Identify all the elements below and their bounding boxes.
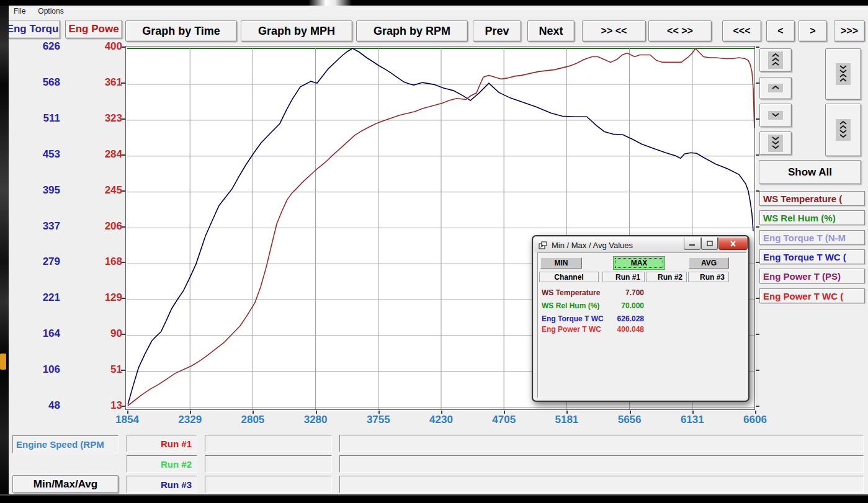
torque-tick-label: 511 bbox=[11, 112, 60, 125]
dialog-title: Min / Max / Avg Values bbox=[552, 241, 633, 250]
power-axis-channel-button[interactable]: Eng Powe bbox=[65, 20, 122, 38]
close-button[interactable] bbox=[718, 238, 748, 250]
x-axis-channel-button[interactable]: Engine Speed (RPM bbox=[12, 435, 119, 453]
channel-eng-power-t-button[interactable]: Eng Power T (PS) bbox=[759, 269, 865, 283]
x-tick-mark bbox=[755, 411, 756, 414]
y-scroll-down-button[interactable] bbox=[759, 104, 792, 127]
chevron-icon bbox=[768, 135, 783, 152]
rpm-tick-label: 2805 bbox=[228, 414, 277, 426]
torque-tick-label: 568 bbox=[11, 76, 60, 89]
torque-tick-label: 221 bbox=[11, 292, 60, 304]
row-channel-label: Eng Torque T WC bbox=[542, 314, 604, 323]
channel-ws-temperature-button[interactable]: WS Temperature ( bbox=[759, 191, 865, 206]
power-tick-label: 13 bbox=[66, 399, 122, 412]
row-channel-label: WS Rel Hum (%) bbox=[542, 301, 599, 310]
menu-options[interactable]: Options bbox=[38, 7, 63, 16]
column-header-channel: Channel bbox=[539, 272, 599, 282]
minmaxavg-button[interactable]: Min/Max/Avg bbox=[12, 475, 119, 493]
scroll-left-button[interactable]: < bbox=[766, 20, 795, 42]
channel-eng-torque-t-button[interactable]: Eng Torque T (N-M bbox=[759, 230, 865, 245]
torque-tick-label: 164 bbox=[11, 327, 60, 340]
scroll-right-fast-button[interactable]: >>> bbox=[834, 20, 865, 42]
graph-by-mph-button[interactable]: Graph by MPH bbox=[241, 20, 352, 42]
torque-tick-label: 337 bbox=[11, 220, 60, 233]
channel-ws-rel-hum-button[interactable]: WS Rel Hum (%) bbox=[759, 210, 865, 225]
minimize-button[interactable] bbox=[684, 238, 700, 250]
next-button[interactable]: Next bbox=[527, 20, 575, 42]
avg-mode-button[interactable]: AVG bbox=[689, 257, 729, 269]
y-tick-mark bbox=[756, 226, 759, 228]
row-channel-label: WS Temperature bbox=[542, 288, 600, 297]
desktop-artifact bbox=[0, 354, 6, 370]
run-3-button[interactable]: Run #3 bbox=[127, 476, 197, 493]
channel-eng-torque-t-wc-button[interactable]: Eng Torque T WC ( bbox=[759, 249, 865, 264]
run-1-comment-box bbox=[339, 435, 864, 452]
minmaxavg-dialog: Min / Max / Avg Values MIN MAX AVG Chann… bbox=[532, 235, 749, 402]
max-mode-button[interactable]: MAX bbox=[613, 256, 665, 270]
zoom-in-x-button[interactable]: >> << bbox=[582, 20, 646, 42]
x-tick-mark bbox=[566, 411, 568, 414]
restore-icon bbox=[707, 241, 713, 246]
run-2-comment-box bbox=[339, 455, 864, 473]
dialog-icon bbox=[539, 241, 547, 249]
torque-tick-label: 626 bbox=[11, 40, 60, 53]
y-zoom-in-button[interactable] bbox=[825, 48, 861, 100]
rpm-tick-label: 3755 bbox=[354, 414, 403, 426]
y-tick-mark bbox=[756, 334, 759, 335]
screen-glare bbox=[308, 0, 352, 6]
menu-file[interactable]: File bbox=[14, 7, 25, 16]
torque-tick-label: 48 bbox=[11, 399, 60, 412]
run-1-button[interactable]: Run #1 bbox=[127, 435, 197, 452]
x-tick-mark bbox=[692, 411, 694, 414]
rpm-tick-label: 5181 bbox=[542, 414, 591, 426]
torque-axis-channel-button[interactable]: Eng Torqu bbox=[5, 20, 60, 38]
desktop-edge-bottom bbox=[0, 494, 868, 503]
y-scroll-up-button[interactable] bbox=[759, 77, 792, 99]
rpm-tick-label: 1854 bbox=[102, 414, 152, 426]
min-mode-button[interactable]: MIN bbox=[540, 257, 582, 269]
show-all-button[interactable]: Show All bbox=[759, 160, 861, 184]
x-tick-mark bbox=[127, 411, 128, 414]
run-2-button[interactable]: Run #2 bbox=[127, 455, 197, 473]
run-3-comment-box bbox=[339, 476, 864, 493]
column-header-run3: Run #3 bbox=[688, 272, 729, 282]
close-icon bbox=[730, 241, 736, 247]
chevron-icon bbox=[768, 111, 783, 120]
row-run1-value: 626.028 bbox=[600, 314, 644, 323]
row-run1-value: 400.048 bbox=[600, 325, 644, 334]
column-header-run2: Run #2 bbox=[646, 272, 687, 282]
power-tick-label: 245 bbox=[66, 184, 122, 197]
rpm-tick-label: 2329 bbox=[165, 414, 215, 426]
torque-tick-label: 106 bbox=[11, 363, 60, 376]
x-tick-mark bbox=[630, 411, 631, 414]
chevron-icon bbox=[836, 63, 851, 85]
zoom-out-x-button[interactable]: << >> bbox=[648, 20, 712, 42]
channel-eng-power-t-wc-button[interactable]: Eng Power T WC ( bbox=[759, 288, 865, 303]
chevron-icon bbox=[768, 51, 783, 69]
x-tick-mark bbox=[378, 411, 380, 414]
rpm-tick-label: 3280 bbox=[291, 414, 341, 426]
y-zoom-out-button[interactable] bbox=[825, 104, 861, 156]
graph-by-time-button[interactable]: Graph by Time bbox=[125, 20, 237, 42]
minimize-icon bbox=[689, 241, 696, 246]
y-scroll-up-fast-button[interactable] bbox=[759, 48, 792, 72]
x-tick-mark bbox=[190, 411, 191, 414]
scroll-right-button[interactable]: > bbox=[799, 20, 827, 42]
x-tick-mark bbox=[316, 411, 317, 414]
y-scroll-down-fast-button[interactable] bbox=[759, 131, 792, 155]
prev-button[interactable]: Prev bbox=[473, 20, 521, 42]
restore-button[interactable] bbox=[701, 238, 718, 250]
rpm-tick-label: 4230 bbox=[416, 414, 466, 426]
power-tick-label: 400 bbox=[66, 40, 122, 53]
graph-by-rpm-button[interactable]: Graph by RPM bbox=[356, 20, 468, 42]
app-window: File Options Eng Torqu Eng Powe Graph by… bbox=[0, 0, 868, 503]
desktop-edge-left bbox=[0, 0, 9, 503]
power-tick-label: 361 bbox=[66, 76, 122, 89]
scroll-left-fast-button[interactable]: <<< bbox=[722, 20, 761, 42]
row-run1-value: 7.700 bbox=[600, 288, 644, 297]
power-tick-label: 129 bbox=[66, 292, 122, 304]
rpm-tick-label: 4705 bbox=[479, 414, 529, 426]
torque-tick-label: 395 bbox=[11, 184, 60, 197]
desktop-edge-top bbox=[0, 0, 868, 6]
run-1-file-box bbox=[205, 435, 332, 452]
